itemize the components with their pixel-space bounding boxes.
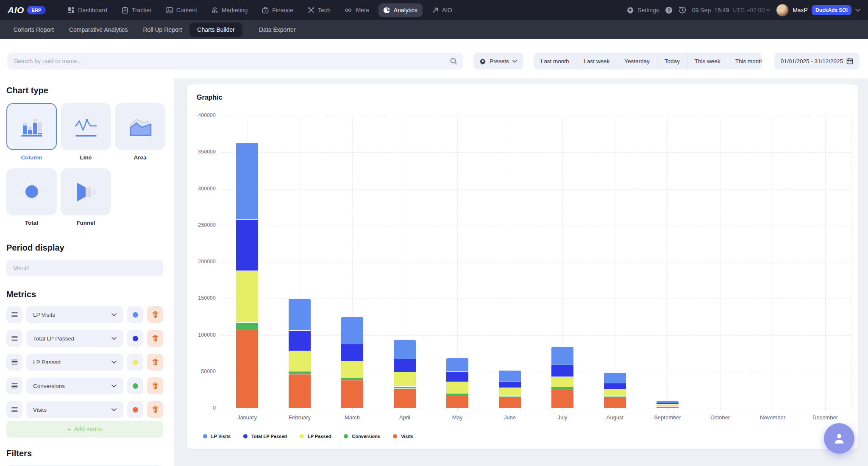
nav-item-aio[interactable]: AIO [427,3,457,17]
drag-handle[interactable] [6,377,22,394]
drag-handle[interactable] [6,401,22,418]
legend-item[interactable]: Conversions [344,434,380,439]
stacked-bar [657,401,679,408]
presets-button[interactable]: Presets [473,53,523,70]
support-fab-button[interactable] [824,423,854,454]
gridline-horizontal [221,335,851,336]
date-range-picker[interactable]: 01/01/2025 - 31/12/2025 [774,53,860,70]
bar-segment [341,317,363,344]
legend-dot [243,434,248,438]
metric-color-picker[interactable] [127,330,143,347]
range-yesterday[interactable]: Yesterday [617,53,657,70]
range-last-week[interactable]: Last week [576,53,617,70]
delete-metric-button[interactable] [147,330,163,347]
app-logo[interactable]: AIO ERP [8,5,46,15]
range-last-month[interactable]: Last month [534,53,576,70]
chart-type-area-tile [115,103,165,150]
metric-color-picker[interactable] [127,401,143,418]
legend-item[interactable]: LP Passed [300,434,331,439]
gridline-horizontal [221,189,851,190]
nav-item-content[interactable]: Content [161,3,202,17]
metric-select[interactable]: Visits [26,401,123,418]
bar-segment [446,395,468,408]
svg-text:?: ? [668,8,670,12]
analytics-pie-icon [384,7,390,14]
metric-select[interactable]: LP Passed [26,354,123,371]
user-menu[interactable]: MaxP DuckAds SOI [776,4,860,17]
settings-button[interactable]: Settings [627,6,659,14]
drag-handle[interactable] [6,330,22,347]
metric-color-dot [133,360,138,365]
legend-dot [393,434,397,438]
metric-select[interactable]: LP Visits [26,306,123,323]
nav-item-analytics[interactable]: Analytics [378,3,423,17]
area-chart-icon [127,116,153,138]
drag-handle[interactable] [6,354,22,371]
tab-cohorts-report[interactable]: Cohorts Report [6,22,61,37]
chart-type-area[interactable]: Area [115,103,165,161]
range-today[interactable]: Today [657,53,687,70]
x-axis-tick [457,408,458,410]
delete-metric-button[interactable] [147,306,163,323]
delete-metric-button[interactable] [147,401,163,418]
tab-roll-up-report[interactable]: Roll Up Report [135,22,189,37]
metric-select[interactable]: Conversions [26,377,123,394]
nav-item-tracker[interactable]: Tracker [117,3,157,17]
nav-item-marketing[interactable]: Marketing [206,3,253,17]
total-chart-icon [19,180,45,204]
metric-color-picker[interactable] [127,377,143,394]
help-icon[interactable]: ? [665,6,673,14]
add-metric-button[interactable]: + Add metric [6,421,163,438]
bar-segment [551,377,573,387]
history-icon[interactable] [679,6,686,14]
metric-label: LP Visits [33,312,55,318]
chart-x-axis: JanuaryFebruaryMarchAprilMayJuneJulyAugu… [221,414,851,423]
legend-dot [300,434,304,438]
timezone-selector[interactable]: UTC +07:00 [732,7,770,14]
metric-color-picker[interactable] [127,306,143,323]
bar-segment [551,347,573,365]
delete-metric-button[interactable] [147,354,163,371]
search-input[interactable] [7,53,463,70]
chart-type-total[interactable]: Total [6,168,57,226]
nav-item-tech[interactable]: Tech [303,3,336,17]
nav-item-dashboard[interactable]: Dashboard [63,3,112,17]
filters-heading: Filters [6,449,163,458]
nav-item-meta[interactable]: Meta [340,3,374,17]
metric-select[interactable]: Total LP Passed [26,330,123,347]
range-this-month[interactable]: This month [728,53,762,70]
chart-type-line[interactable]: Line [61,103,111,161]
drag-handle[interactable] [6,306,22,323]
nav-label: Tech [318,7,331,14]
delete-metric-button[interactable] [147,377,163,394]
y-axis-label: 50000 [187,368,216,374]
metric-color-picker[interactable] [127,354,143,371]
y-axis-label: 350000 [187,149,216,155]
bar-segment [604,383,626,389]
gridline-horizontal [221,299,851,299]
bar-segment [289,371,311,374]
tab-charts-builder[interactable]: Charts Builder [189,22,242,37]
bar-segment [341,380,363,408]
metric-label: Visits [33,407,47,413]
drag-handle-icon [11,360,18,365]
chart-type-funnel[interactable]: Funnel [61,168,111,226]
tab-data-exporter[interactable]: Data Exporter [251,22,303,37]
tab-comparative-analytics[interactable]: Comparative Analytics [61,22,136,37]
chart-type-column[interactable]: Column [6,103,57,161]
period-display-input[interactable] [6,260,163,276]
legend-item[interactable]: LP Visits [203,434,231,439]
range-this-week[interactable]: This week [687,53,728,70]
chart-type-total-tile [6,168,57,215]
chevron-down-icon [512,60,517,63]
person-icon [832,431,846,446]
y-axis-label: 400000 [187,112,216,118]
analytics-tab-bar: Cohorts Report Comparative Analytics Rol… [0,20,868,39]
bar-segment [236,143,258,220]
bar-segment [446,372,468,382]
legend-item[interactable]: Visits [393,434,413,439]
legend-item[interactable]: Total LP Passed [243,434,287,439]
nav-item-finance[interactable]: Finance [257,3,298,17]
x-axis-label: June [484,414,536,421]
metric-label: LP Passed [33,359,61,366]
